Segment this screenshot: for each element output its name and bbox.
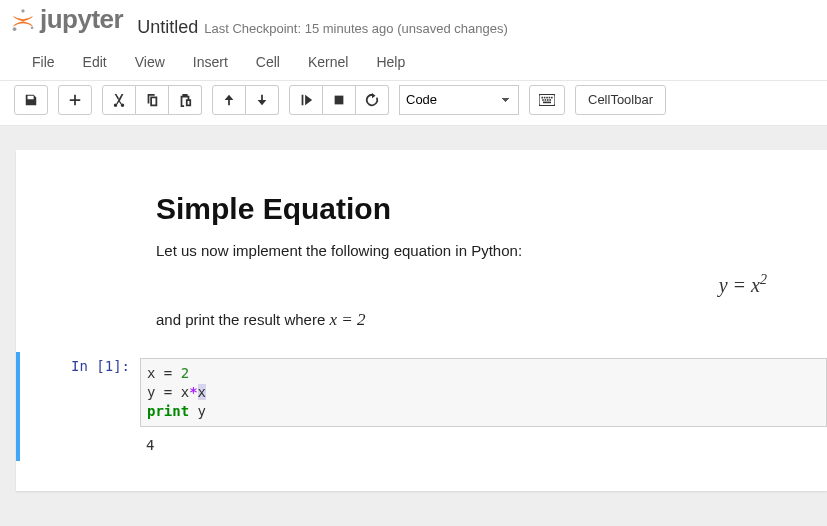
code-cell[interactable]: In [1]: x = 2 y = x*x print y 4 xyxy=(16,352,827,461)
save-button[interactable] xyxy=(14,85,48,115)
svg-point-1 xyxy=(13,27,17,31)
svg-rect-5 xyxy=(541,96,543,98)
jupyter-logo[interactable]: jupyter xyxy=(10,4,123,35)
menu-view[interactable]: View xyxy=(121,48,179,76)
menu-help[interactable]: Help xyxy=(362,48,419,76)
code-editor[interactable]: x = 2 y = x*x print y xyxy=(140,358,827,427)
menu-insert[interactable]: Insert xyxy=(179,48,242,76)
svg-rect-13 xyxy=(549,99,551,101)
markdown-cell[interactable]: Simple Equation Let us now implement the… xyxy=(16,180,827,353)
menu-cell[interactable]: Cell xyxy=(242,48,294,76)
equation-display: y = x2 xyxy=(156,272,827,297)
notebook-title[interactable]: Untitled xyxy=(137,17,198,38)
svg-rect-12 xyxy=(547,99,549,101)
copy-button[interactable] xyxy=(136,85,169,115)
svg-rect-3 xyxy=(335,95,344,104)
markdown-p1: Let us now implement the following equat… xyxy=(156,240,827,263)
svg-rect-14 xyxy=(543,101,551,103)
svg-rect-9 xyxy=(551,96,553,98)
menubar: File Edit View Insert Cell Kernel Help xyxy=(0,44,827,81)
notebook-area: Simple Equation Let us now implement the… xyxy=(0,126,827,527)
interrupt-button[interactable] xyxy=(323,85,356,115)
svg-point-0 xyxy=(21,9,24,12)
logo-text: jupyter xyxy=(40,4,123,35)
input-prompt: In [1]: xyxy=(20,358,140,427)
markdown-p2: and print the result where x = 2 xyxy=(156,307,827,333)
jupyter-icon xyxy=(10,7,36,33)
move-up-button[interactable] xyxy=(212,85,246,115)
cell-type-select[interactable]: Code xyxy=(399,85,519,115)
svg-rect-6 xyxy=(544,96,546,98)
menu-edit[interactable]: Edit xyxy=(69,48,121,76)
svg-rect-8 xyxy=(549,96,551,98)
cell-toolbar-button[interactable]: CellToolbar xyxy=(575,85,666,115)
svg-point-2 xyxy=(31,26,34,29)
cell-output: 4 xyxy=(140,431,827,455)
menu-file[interactable]: File xyxy=(18,48,69,76)
cut-button[interactable] xyxy=(102,85,136,115)
command-palette-button[interactable] xyxy=(529,85,565,115)
svg-rect-11 xyxy=(545,99,547,101)
move-down-button[interactable] xyxy=(246,85,279,115)
menu-kernel[interactable]: Kernel xyxy=(294,48,362,76)
svg-rect-10 xyxy=(542,99,544,101)
add-cell-button[interactable] xyxy=(58,85,92,115)
markdown-heading: Simple Equation xyxy=(156,192,827,226)
restart-button[interactable] xyxy=(356,85,389,115)
checkpoint-text: Last Checkpoint: 15 minutes ago (unsaved… xyxy=(204,21,508,36)
notebook-card: Simple Equation Let us now implement the… xyxy=(16,150,827,491)
svg-rect-7 xyxy=(546,96,548,98)
run-button[interactable] xyxy=(289,85,323,115)
toolbar: Code CellToolbar xyxy=(0,81,827,126)
paste-button[interactable] xyxy=(169,85,202,115)
output-prompt xyxy=(20,431,140,455)
